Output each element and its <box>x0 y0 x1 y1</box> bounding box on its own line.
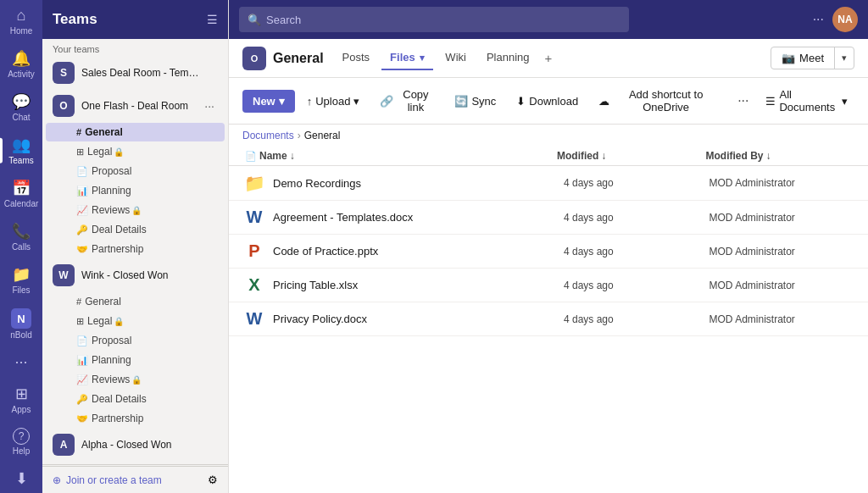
rail-item-home[interactable]: ⌂ Home <box>0 0 42 42</box>
files-toolbar: New ▾ ↑ Upload ▾ 🔗 Copy link 🔄 Sync ⬇ Do… <box>229 78 868 125</box>
rail-item-calendar[interactable]: 📅 Calendar <box>0 172 42 215</box>
channel-item-partnership[interactable]: 🤝 Partnership <box>46 240 225 258</box>
file-name-demo-recordings: Demo Recordings <box>273 177 564 190</box>
left-rail: ⌂ Home 🔔 Activity 💬 Chat 👥 Teams 📅 Calen… <box>0 0 42 493</box>
rail-item-teams[interactable]: 👥 Teams <box>0 129 42 172</box>
team-avatar-alpha: A <box>53 434 75 456</box>
tab-posts[interactable]: Posts <box>334 46 379 70</box>
col-modified-header[interactable]: Modified ↓ <box>557 150 706 162</box>
search-box[interactable]: 🔍 Search <box>239 7 629 32</box>
rail-item-more[interactable]: ··· <box>0 346 42 378</box>
channel-item-wink-planning[interactable]: 📊 Planning <box>46 351 225 369</box>
team-more-oneflash[interactable]: ··· <box>201 97 218 114</box>
channel-tabs: Posts Files ▾ Wiki Planning + <box>334 46 556 70</box>
team-item-sales-deal-room[interactable]: S Sales Deal Room - Template ··· <box>46 57 225 89</box>
col-name-header[interactable]: Name ↓ <box>259 150 557 162</box>
files-icon: 📁 <box>12 265 31 284</box>
channel-name-partnership: Partnership <box>92 243 143 255</box>
channel-item-deal-details[interactable]: 🔑 Deal Details <box>46 220 225 239</box>
file-row-pricing-table[interactable]: X Pricing Table.xlsx 4 days ago MOD Admi… <box>229 269 868 302</box>
rail-item-download[interactable]: ⬇ <box>0 463 42 493</box>
calendar-icon: 📅 <box>12 179 31 197</box>
activity-icon: 🔔 <box>12 49 31 68</box>
meet-button-chevron[interactable]: ▾ <box>835 48 854 68</box>
lock-icon-wink-legal: 🔒 <box>114 317 124 326</box>
channel-icon-partnership: 🤝 <box>76 244 88 255</box>
channel-item-wink-reviews[interactable]: 📈 Reviews 🔒 <box>46 370 225 389</box>
channel-item-wink-partnership[interactable]: 🤝 Partnership <box>46 409 225 428</box>
tab-files[interactable]: Files ▾ <box>381 46 433 70</box>
top-bar-more-icon[interactable]: ··· <box>813 12 824 27</box>
file-row-demo-recordings[interactable]: 📁 Demo Recordings 4 days ago MOD Adminis… <box>229 166 868 201</box>
channel-name-wink-planning: Planning <box>92 354 131 366</box>
search-icon: 🔍 <box>248 14 261 26</box>
teams-icon: 👥 <box>12 136 31 154</box>
channel-icon-deal-details: 🔑 <box>76 224 88 235</box>
col-modifiedby-header[interactable]: Modified By ↓ <box>706 150 855 162</box>
channel-item-legal[interactable]: ⊞ Legal 🔒 <box>46 142 225 161</box>
channel-header-name: General <box>273 51 324 66</box>
team-avatar-sales: S <box>53 62 75 84</box>
file-row-privacy-policy[interactable]: W Privacy Policy.docx 4 days ago MOD Adm… <box>229 302 868 336</box>
join-icon: ⊕ <box>53 474 61 486</box>
new-button[interactable]: New ▾ <box>242 90 295 113</box>
team-item-one-flash[interactable]: O One Flash - Deal Room ··· <box>46 90 225 122</box>
tab-files-chevron: ▾ <box>420 53 425 63</box>
download-rail-icon: ⬇ <box>15 469 28 488</box>
add-shortcut-button[interactable]: ☁ Add shortcut to OneDrive <box>590 83 727 119</box>
rail-item-calls[interactable]: 📞 Calls <box>0 215 42 258</box>
rail-item-files[interactable]: 📁 Files <box>0 258 42 302</box>
channel-item-proposal[interactable]: 📄 Proposal <box>46 162 225 180</box>
tab-add-button[interactable]: + <box>542 51 556 65</box>
rail-item-nbold[interactable]: N nBold <box>0 302 42 346</box>
channel-item-wink-proposal[interactable]: 📄 Proposal <box>46 331 225 350</box>
upload-icon: ↑ <box>307 95 313 108</box>
all-docs-button[interactable]: ☰ All Documents ▾ <box>759 85 854 117</box>
rail-label-help: Help <box>13 446 31 456</box>
rail-item-apps[interactable]: ⊞ Apps <box>0 378 42 421</box>
channel-item-wink-general[interactable]: # General <box>46 292 225 311</box>
filter-icon[interactable]: ☰ <box>207 13 218 26</box>
channel-item-reviews[interactable]: 📈 Reviews 🔒 <box>46 201 225 219</box>
channel-name-proposal: Proposal <box>92 165 131 177</box>
rail-label-calendar: Calendar <box>4 199 39 208</box>
channel-name-legal: Legal <box>87 146 112 158</box>
rail-label-files: Files <box>12 285 30 295</box>
shortcut-label: Add shortcut to OneDrive <box>613 88 719 114</box>
rail-item-chat[interactable]: 💬 Chat <box>0 86 42 129</box>
rail-label-nbold: nBold <box>10 330 32 340</box>
channel-item-wink-deal-details[interactable]: 🔑 Deal Details <box>46 390 225 408</box>
join-create-team-button[interactable]: ⊕ Join or create a team <box>53 474 162 486</box>
tab-planning[interactable]: Planning <box>478 46 538 70</box>
user-avatar[interactable]: NA <box>832 7 858 32</box>
channel-item-general[interactable]: # General <box>46 123 225 141</box>
channel-item-wink-legal[interactable]: ⊞ Legal 🔒 <box>46 312 225 330</box>
channel-item-planning[interactable]: 📊 Planning <box>46 181 225 200</box>
sidebar: Teams ☰ Your teams S Sales Deal Room - T… <box>42 0 229 493</box>
toolbar-more-button[interactable]: ··· <box>731 90 755 112</box>
channel-icon-wink-planning: 📊 <box>76 355 88 366</box>
sync-icon: 🔄 <box>454 95 468 108</box>
word-icon-agreement: W <box>247 208 263 227</box>
file-row-code-practice[interactable]: P Code of Practice.pptx 4 days ago MOD A… <box>229 235 868 269</box>
channel-header-avatar: O <box>242 47 266 70</box>
file-row-agreement[interactable]: W Agreement - Templates.docx 4 days ago … <box>229 201 868 235</box>
sync-button[interactable]: 🔄 Sync <box>446 90 504 113</box>
team-item-wink[interactable]: W Wink - Closed Won ··· <box>46 259 225 291</box>
rail-item-activity[interactable]: 🔔 Activity <box>0 42 42 86</box>
rail-label-calls: Calls <box>12 242 31 252</box>
channel-name-wink-general: General <box>85 296 121 307</box>
meet-button-main[interactable]: 📷 Meet <box>771 47 835 69</box>
rail-item-help[interactable]: ? Help <box>0 421 42 463</box>
tab-wiki[interactable]: Wiki <box>437 46 475 70</box>
file-name-pricing-table: Pricing Table.xlsx <box>273 279 564 291</box>
lock-icon-wink-reviews: 🔒 <box>131 375 142 385</box>
settings-icon[interactable]: ⚙ <box>208 474 218 486</box>
apps-icon: ⊞ <box>15 385 28 403</box>
breadcrumb-documents[interactable]: Documents <box>242 130 294 141</box>
download-button[interactable]: ⬇ Download <box>508 90 587 113</box>
team-item-alpha[interactable]: A Alpha - Closed Won ··· <box>46 429 225 461</box>
main-content: 🔍 Search ··· NA O General Posts Files ▾ … <box>229 0 868 493</box>
upload-button[interactable]: ↑ Upload ▾ <box>298 90 369 113</box>
copy-link-button[interactable]: 🔗 Copy link <box>371 83 442 119</box>
